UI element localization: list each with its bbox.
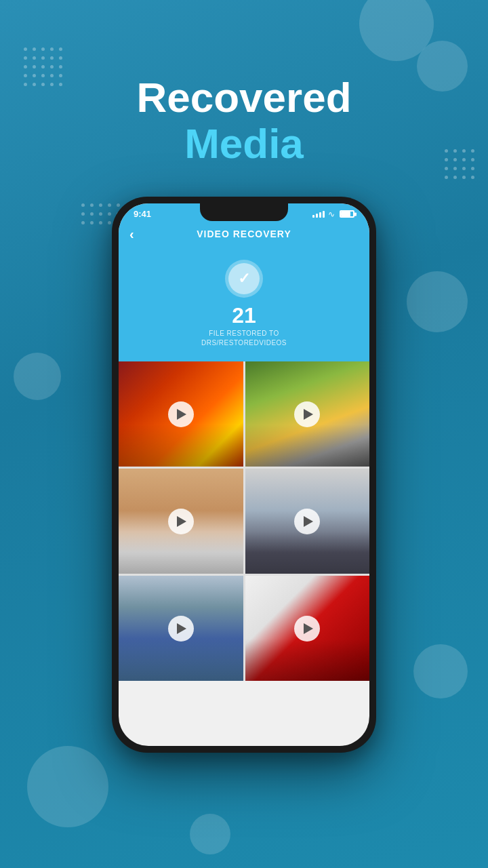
- play-button-4[interactable]: [294, 509, 320, 534]
- status-icons: ∿: [312, 210, 354, 219]
- play-button-1[interactable]: [168, 401, 194, 427]
- battery-icon: [340, 210, 354, 218]
- title-line2: Media: [0, 121, 488, 167]
- check-circle-outer: ✓: [225, 260, 263, 298]
- play-icon-2: [304, 409, 313, 420]
- video-thumb-4[interactable]: [245, 469, 370, 574]
- file-count: 21: [232, 304, 256, 326]
- phone-outer: 9:41 ∿ ‹ VIDEO RECOVERY: [112, 197, 376, 753]
- decorative-blob-6: [190, 814, 230, 854]
- back-button[interactable]: ‹: [129, 226, 134, 242]
- app-header: ‹ VIDEO RECOVERY: [119, 222, 369, 249]
- thumb-overlay-5: [119, 639, 243, 681]
- play-icon-4: [304, 516, 313, 527]
- phone-notch: [200, 203, 288, 221]
- title-line1: Recovered: [0, 75, 488, 121]
- thumb-overlay-6: [245, 639, 370, 681]
- thumb-overlay-1: [119, 425, 243, 467]
- restored-text: FILE RESTORED TODRS/RESTOREDVIDEOS: [201, 329, 287, 348]
- checkmark-icon: ✓: [238, 270, 250, 288]
- video-thumb-5[interactable]: [119, 576, 243, 681]
- play-button-3[interactable]: [168, 509, 194, 534]
- thumb-overlay-4: [245, 532, 370, 574]
- play-button-5[interactable]: [168, 616, 194, 642]
- recovery-success-area: ✓ 21 FILE RESTORED TODRS/RESTOREDVIDEOS: [119, 249, 369, 361]
- decorative-blob-5: [27, 746, 108, 827]
- video-thumb-2[interactable]: [245, 361, 370, 467]
- play-icon-1: [177, 409, 186, 420]
- phone-screen: 9:41 ∿ ‹ VIDEO RECOVERY: [119, 203, 369, 746]
- wifi-icon: ∿: [328, 210, 335, 219]
- thumb-overlay-2: [245, 425, 370, 467]
- title-area: Recovered Media: [0, 75, 488, 167]
- play-icon-3: [177, 516, 186, 527]
- play-button-6[interactable]: [294, 616, 320, 642]
- thumb-overlay-3: [119, 532, 243, 574]
- decorative-blob-3: [407, 271, 468, 332]
- play-button-2[interactable]: [294, 401, 320, 427]
- decorative-blob-7: [14, 353, 61, 400]
- signal-icon: [312, 211, 325, 218]
- screen-title: VIDEO RECOVERY: [197, 229, 291, 239]
- play-icon-5: [177, 623, 186, 634]
- decorative-blob-4: [413, 644, 468, 698]
- video-thumb-3[interactable]: [119, 469, 243, 574]
- play-icon-6: [304, 623, 313, 634]
- video-thumb-1[interactable]: [119, 361, 243, 467]
- phone-mockup: 9:41 ∿ ‹ VIDEO RECOVERY: [112, 197, 376, 753]
- video-grid: [119, 361, 369, 681]
- status-time: 9:41: [134, 209, 151, 219]
- check-circle-inner: ✓: [228, 263, 260, 294]
- video-thumb-6[interactable]: [245, 576, 370, 681]
